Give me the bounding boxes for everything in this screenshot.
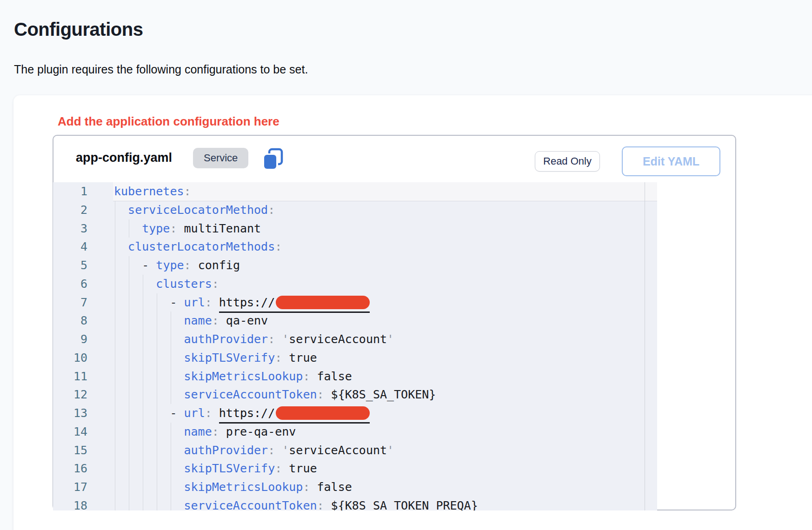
code-token: config (198, 258, 240, 272)
indent-guide (129, 423, 129, 441)
page: Configurations The plugin requires the f… (0, 0, 812, 530)
code-token (114, 296, 170, 309)
edit-yaml-button[interactable]: Edit YAML (622, 146, 720, 176)
code-line: 8 name: qa-env (53, 311, 657, 330)
indent-guide (143, 293, 143, 312)
indent-guide (171, 311, 171, 330)
code-token (114, 332, 184, 346)
indent-guide (143, 330, 143, 349)
code-token (114, 277, 156, 291)
indent-guide (129, 459, 129, 478)
code-token: - (170, 296, 184, 309)
indent-guide (129, 478, 129, 497)
indent-guide (129, 349, 129, 367)
line-number: 3 (53, 219, 95, 238)
indent-guide (129, 219, 129, 238)
indent-guide (143, 441, 143, 460)
indent-guide (129, 385, 129, 404)
line-number: 6 (53, 275, 95, 293)
code-token: ' (282, 332, 289, 346)
code-token: clusterLocatorMethods (128, 240, 275, 253)
code-token: : (184, 185, 191, 198)
copy-button[interactable] (262, 148, 284, 170)
indent-guide (157, 404, 157, 423)
code-token: ${K8S_SA_TOKEN} (331, 388, 436, 401)
url-value: https:// (219, 296, 370, 313)
read-only-button[interactable]: Read Only (535, 151, 600, 172)
indent-guide (115, 367, 115, 386)
code-token: qa-env (226, 314, 268, 327)
code-token: serviceLocatorMethod (128, 203, 268, 217)
indent-guide (171, 441, 171, 460)
indent-guide (143, 349, 143, 367)
read-only-label: Read Only (543, 155, 592, 167)
line-number: 13 (53, 404, 95, 423)
indent-guide (171, 478, 171, 497)
code-token: - (142, 258, 156, 272)
indent-guide (157, 293, 157, 312)
indent-guide (171, 459, 171, 478)
code-token: : (212, 277, 219, 291)
line-number: 1 (53, 182, 95, 201)
indent-guide (143, 478, 143, 497)
line-number: 10 (53, 349, 95, 367)
code-token: : (317, 499, 331, 510)
code-content: name: pre-qa-env (95, 423, 657, 441)
code-line: 1kubernetes: (53, 182, 657, 201)
code-token: ' (282, 444, 289, 457)
code-line: 14 name: pre-qa-env (53, 423, 657, 441)
code-token (114, 314, 184, 327)
code-content: skipTLSVerify: true (95, 459, 657, 478)
code-token: : (268, 203, 275, 217)
indent-guide (157, 367, 157, 386)
indent-guide (115, 293, 115, 312)
redacted-url (276, 296, 370, 309)
code-token: : (268, 444, 282, 457)
code-line: 11 skipMetricsLookup: false (53, 367, 657, 386)
indent-guide (157, 311, 157, 330)
code-content: serviceLocatorMethod: (95, 201, 657, 219)
code-token (114, 370, 184, 383)
code-content: skipMetricsLookup: false (95, 367, 657, 386)
indent-guide (115, 349, 115, 367)
code-token: - (170, 406, 184, 420)
code-line: 17 skipMetricsLookup: false (53, 478, 657, 497)
indent-guide (129, 311, 129, 330)
code-token: ' (387, 332, 394, 346)
code-token: skipTLSVerify (184, 351, 275, 364)
code-token: skipTLSVerify (184, 462, 275, 475)
code-token: serviceAccount (289, 444, 387, 457)
code-token (114, 462, 184, 475)
line-number: 2 (53, 201, 95, 219)
line-number: 15 (53, 441, 95, 460)
indent-guide (115, 478, 115, 497)
indent-guide (115, 441, 115, 460)
code-content: skipMetricsLookup: false (95, 478, 657, 497)
code-token: : (275, 240, 282, 253)
indent-guide (171, 330, 171, 349)
line-number: 7 (53, 293, 95, 312)
code-content: serviceAccountToken: ${K8S_SA_TOKEN} (95, 385, 657, 404)
indent-guide (115, 201, 115, 219)
code-token (114, 240, 128, 253)
indent-guide (129, 404, 129, 423)
indent-guide (143, 275, 143, 293)
yaml-editor[interactable]: 1kubernetes:2 serviceLocatorMethod:3 typ… (53, 182, 657, 510)
code-token: serviceAccount (289, 332, 387, 346)
indent-guide (157, 349, 157, 367)
code-content: clusterLocatorMethods: (95, 238, 657, 256)
indent-guide (143, 367, 143, 386)
indent-guide (115, 256, 115, 275)
line-number: 18 (53, 497, 95, 510)
code-token (114, 444, 184, 457)
code-token: ${K8S_SA_TOKEN_PREQA} (331, 499, 478, 510)
code-token: : (303, 480, 317, 494)
code-token (114, 203, 128, 217)
indent-guide (129, 367, 129, 386)
code-content: clusters: (95, 275, 657, 293)
indent-guide (115, 311, 115, 330)
copy-icon (262, 165, 284, 172)
instruction-label: Add the application configuration here (58, 114, 280, 129)
code-content: type: multiTenant (95, 219, 657, 238)
code-token: : (184, 258, 198, 272)
